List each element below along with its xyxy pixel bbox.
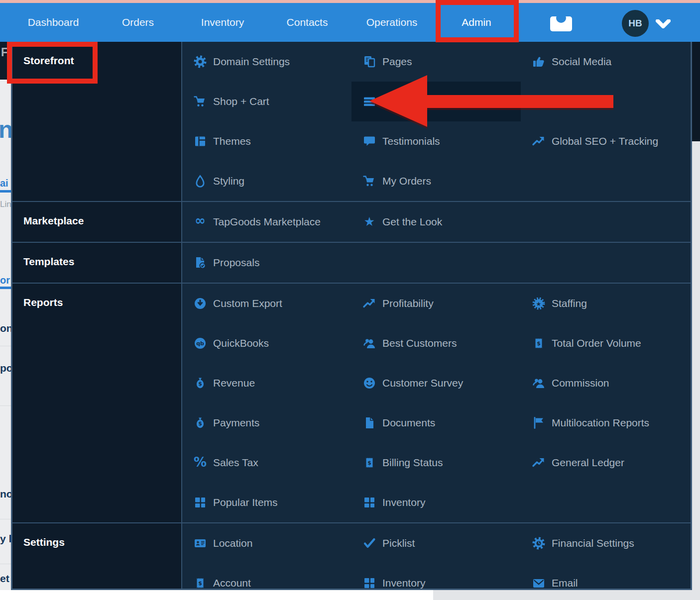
- menu-item-label: QuickBooks: [213, 337, 269, 349]
- menu-row: $AccountInventoryEmail: [182, 563, 691, 590]
- speech-bubble-icon: [362, 134, 376, 148]
- menu-row: LocationPicklistFinancial Settings: [182, 523, 691, 563]
- menu-item-domain-settings[interactable]: Domain Settings: [182, 42, 351, 82]
- background-tab-underline: [0, 287, 11, 289]
- nav-item-operations[interactable]: Operations: [350, 3, 434, 42]
- menu-item-total-order-volume[interactable]: $Total Order Volume: [521, 323, 690, 363]
- grid-icon: [193, 496, 207, 509]
- annotation-storefront-highlight-box: [7, 42, 98, 84]
- menu-item-shop-cart[interactable]: Shop + Cart: [182, 82, 351, 121]
- menu-item-label: Sales Tax: [213, 457, 258, 469]
- menu-category-templates: Templates: [12, 243, 182, 283]
- menu-item-general-ledger[interactable]: General Ledger: [521, 443, 690, 483]
- background-text-fragment: y l: [0, 533, 11, 545]
- menu-item-billing-status[interactable]: $Billing Status: [351, 443, 521, 483]
- menu-item-get-the-look[interactable]: ★Get the Look: [351, 202, 521, 242]
- background-text-fragment: Lin: [0, 200, 11, 209]
- page-background-bottom-strip: [0, 590, 700, 600]
- trend-up-icon: [532, 456, 546, 470]
- menu-row: $PaymentsDocumentsMultilocation Reports: [182, 403, 691, 443]
- menu-item-label: Financial Settings: [552, 537, 634, 549]
- percent-icon: %: [193, 456, 207, 470]
- menu-item-label: Pages: [382, 56, 412, 68]
- users-icon: [362, 336, 376, 350]
- menu-item-multilocation-reports[interactable]: Multilocation Reports: [521, 403, 690, 443]
- menu-category-marketplace: Marketplace: [12, 202, 182, 242]
- background-divider: [0, 346, 11, 346]
- menu-item-proposals[interactable]: Proposals: [182, 243, 351, 283]
- menu-item-account[interactable]: $Account: [182, 563, 351, 590]
- nav-item-dashboard[interactable]: Dashboard: [11, 3, 96, 42]
- flag-icon: [532, 416, 546, 430]
- background-text-fragment: ai: [0, 178, 8, 189]
- nav-item-orders[interactable]: Orders: [96, 3, 180, 42]
- menu-item-themes[interactable]: Themes: [182, 121, 351, 161]
- menu-item-customer-survey[interactable]: Customer Survey: [351, 363, 521, 403]
- menu-item-quickbooks[interactable]: qbQuickBooks: [182, 323, 351, 363]
- menu-section-settings: SettingsLocationPicklistFinancial Settin…: [12, 522, 691, 590]
- menu-item-documents[interactable]: Documents: [351, 403, 521, 443]
- infinity-icon: ∞: [193, 215, 207, 229]
- svg-text:★: ★: [364, 215, 375, 229]
- page-background-right-strip: [692, 42, 700, 600]
- menu-item-revenue[interactable]: $Revenue: [182, 363, 351, 403]
- menu-item-label: Proposals: [213, 257, 259, 269]
- menu-item-location[interactable]: Location: [182, 523, 351, 563]
- menu-item-commission[interactable]: Commission: [521, 363, 690, 403]
- menu-item-label: Popular Items: [213, 497, 278, 508]
- pages-icon: [362, 55, 376, 69]
- svg-text:$: $: [198, 580, 202, 587]
- layout-columns-icon: [193, 134, 207, 148]
- menu-item-my-orders[interactable]: My Orders: [351, 161, 521, 201]
- menu-item-sales-tax[interactable]: %Sales Tax: [182, 443, 351, 483]
- menu-item-profitability[interactable]: Profitability: [351, 284, 521, 323]
- menu-rows: LocationPicklistFinancial Settings$Accou…: [182, 523, 691, 590]
- menu-item-label: Commission: [552, 377, 609, 389]
- svg-text:$: $: [198, 420, 202, 427]
- menu-item-label: TapGoods Marketplace: [213, 216, 321, 228]
- menu-item-financial-settings[interactable]: Financial Settings: [521, 523, 690, 563]
- menu-item-tapgoods-marketplace[interactable]: ∞TapGoods Marketplace: [182, 202, 351, 242]
- menu-item-picklist[interactable]: Picklist: [351, 523, 521, 563]
- browser-top-strip: [0, 0, 700, 3]
- svg-text:$: $: [537, 340, 541, 347]
- menu-item-inventory[interactable]: Inventory: [351, 563, 521, 590]
- trend-up-icon: [532, 134, 546, 148]
- grid-icon: [362, 576, 376, 590]
- svg-text:∞: ∞: [195, 215, 206, 228]
- menu-category-settings: Settings: [12, 523, 182, 590]
- check-icon: [362, 536, 376, 550]
- menu-item-best-customers[interactable]: Best Customers: [351, 323, 521, 363]
- background-text-fragment: po: [0, 362, 11, 374]
- avatar[interactable]: HB: [622, 10, 649, 37]
- background-text-fragment: n: [0, 117, 11, 142]
- receipt-dollar-icon: $: [532, 336, 546, 350]
- page-background-panel: [433, 590, 700, 600]
- envelope-icon: [532, 576, 546, 590]
- nav-item-contacts[interactable]: Contacts: [265, 3, 350, 42]
- droplet-icon: [193, 174, 207, 188]
- background-divider: [0, 405, 11, 406]
- menu-item-label: Custom Export: [213, 298, 282, 309]
- menu-item-label: Payments: [213, 417, 259, 429]
- chevron-down-icon[interactable]: [656, 19, 671, 28]
- menu-item-inventory[interactable]: Inventory: [351, 483, 521, 522]
- menu-item-email[interactable]: Email: [521, 563, 690, 590]
- nav-item-inventory[interactable]: Inventory: [180, 3, 265, 42]
- menu-item-custom-export[interactable]: Custom Export: [182, 284, 351, 323]
- menu-row: StylingMy Orders: [182, 161, 691, 201]
- star-icon: ★: [362, 215, 376, 229]
- inbox-icon[interactable]: [550, 14, 573, 33]
- menu-item-popular-items[interactable]: Popular Items: [182, 483, 351, 522]
- menu-item-payments[interactable]: $Payments: [182, 403, 351, 443]
- menu-item-label: Inventory: [382, 497, 425, 508]
- menu-item-label: Multilocation Reports: [552, 417, 649, 429]
- gear-icon: [193, 55, 207, 69]
- background-divider: [0, 519, 11, 519]
- menu-category-reports: Reports: [12, 284, 182, 522]
- menu-item-styling[interactable]: Styling: [182, 161, 351, 201]
- menu-item-staffing[interactable]: ★Staffing: [521, 284, 690, 323]
- annotation-arrow-pointing-to-menu: [363, 70, 617, 132]
- menu-item-label: Profitability: [382, 298, 434, 309]
- menu-item-label: Account: [213, 577, 251, 589]
